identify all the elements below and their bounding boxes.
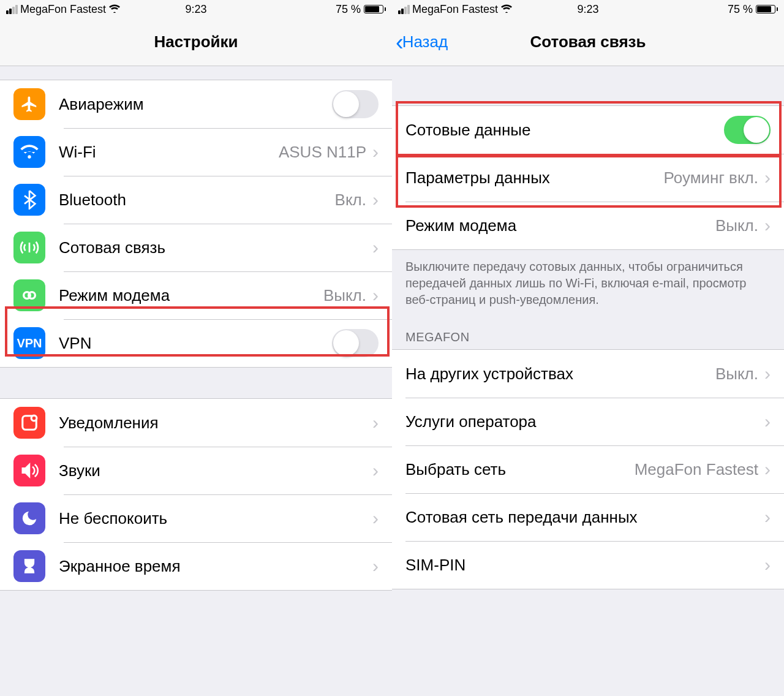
row-bluetooth[interactable]: Bluetooth Вкл. › (0, 176, 392, 224)
row-vpn[interactable]: VPN VPN (0, 319, 392, 367)
signal-icon (6, 5, 18, 14)
row-label: Экранное время (59, 557, 372, 576)
cellular-data-toggle[interactable] (724, 116, 771, 144)
chevron-right-icon: › (764, 215, 771, 236)
back-button[interactable]: ‹ Назад (396, 31, 448, 54)
hotspot-icon (13, 279, 45, 311)
status-time: 9:23 (577, 3, 598, 16)
chevron-right-icon: › (372, 285, 379, 306)
row-label: Выбрать сеть (405, 460, 635, 479)
screen-settings: MegaFon Fastest 9:23 75 % Настройки Авиа… (0, 0, 392, 696)
carrier-name: MegaFon Fastest (20, 3, 106, 16)
chevron-right-icon: › (372, 460, 379, 481)
chevron-right-icon: › (764, 507, 771, 528)
row-sounds[interactable]: Звуки › (0, 447, 392, 494)
vpn-icon: VPN (13, 327, 45, 359)
status-bar: MegaFon Fastest 9:23 75 % (0, 0, 392, 18)
dnd-icon (13, 502, 45, 534)
row-label: Режим модема (59, 286, 323, 305)
row-dnd[interactable]: Не беспокоить › (0, 494, 392, 542)
nav-bar: Настройки (0, 18, 392, 66)
row-value: Выкл. (715, 365, 758, 384)
status-time: 9:23 (185, 3, 206, 16)
row-simpin[interactable]: SIM-PIN › (392, 541, 784, 589)
chevron-right-icon: › (372, 237, 379, 258)
row-value: ASUS N11P (279, 143, 366, 162)
row-screentime[interactable]: Экранное время › (0, 542, 392, 590)
row-label: VPN (59, 334, 332, 353)
row-value: MegaFon Fastest (635, 460, 758, 479)
chevron-right-icon: › (764, 411, 771, 432)
battery-icon (364, 5, 386, 13)
row-hotspot[interactable]: Режим модема Выкл. › (0, 271, 392, 319)
sounds-icon (13, 455, 45, 486)
row-data-options[interactable]: Параметры данных Роуминг вкл. › (392, 154, 784, 202)
airplane-icon (13, 88, 45, 120)
row-wifi[interactable]: Wi-Fi ASUS N11P › (0, 128, 392, 176)
battery-pct: 75 % (728, 3, 753, 16)
wifi-settings-icon (13, 136, 45, 168)
back-label: Назад (402, 32, 448, 51)
row-label: Режим модема (405, 216, 715, 235)
row-value: Выкл. (715, 216, 758, 235)
row-apn[interactable]: Сотовая сеть передачи данных › (392, 493, 784, 541)
row-select-network[interactable]: Выбрать сеть MegaFon Fastest › (392, 445, 784, 493)
wifi-icon (108, 3, 121, 16)
chevron-right-icon: › (764, 363, 771, 384)
page-title: Сотовая связь (530, 32, 646, 51)
carrier-name: MegaFon Fastest (412, 3, 498, 16)
row-other-devices[interactable]: На других устройствах Выкл. › (392, 350, 784, 398)
wifi-icon (500, 3, 513, 16)
row-label: Уведомления (59, 414, 372, 433)
notifications-icon (13, 407, 45, 439)
row-label: Сотовая сеть передачи данных (405, 508, 764, 527)
row-label: Авиарежим (59, 95, 332, 114)
row-label: Сотовая связь (59, 238, 372, 257)
chevron-right-icon: › (372, 508, 379, 529)
chevron-right-icon: › (764, 554, 771, 575)
battery-pct: 75 % (336, 3, 361, 16)
airplane-toggle[interactable] (332, 90, 379, 118)
chevron-right-icon: › (764, 459, 771, 480)
chevron-right-icon: › (372, 189, 379, 210)
row-label: Сотовые данные (405, 121, 724, 140)
vpn-toggle[interactable] (332, 329, 379, 357)
row-label: Звуки (59, 461, 372, 480)
row-label: SIM-PIN (405, 556, 764, 575)
chevron-right-icon: › (372, 556, 379, 577)
row-label: Параметры данных (405, 168, 664, 187)
row-label: Wi-Fi (59, 143, 279, 162)
screen-cellular: MegaFon Fastest 9:23 75 % ‹ Назад Сотова… (392, 0, 784, 696)
row-carrier-services[interactable]: Услуги оператора › (392, 398, 784, 445)
battery-icon (756, 5, 778, 13)
row-value: Выкл. (323, 286, 366, 305)
row-label: Не беспокоить (59, 509, 372, 528)
row-cellular-data[interactable]: Сотовые данные (392, 106, 784, 154)
row-value: Вкл. (335, 191, 366, 210)
row-label: Bluetooth (59, 191, 335, 210)
footer-text: Выключите передачу сотовых данных, чтобы… (392, 250, 784, 316)
bluetooth-icon (13, 184, 45, 216)
chevron-right-icon: › (372, 142, 379, 162)
row-label: Услуги оператора (405, 412, 764, 431)
row-cellular[interactable]: Сотовая связь › (0, 224, 392, 271)
signal-icon (398, 5, 410, 14)
chevron-right-icon: › (764, 167, 771, 188)
page-title: Настройки (154, 32, 238, 51)
row-notifications[interactable]: Уведомления › (0, 399, 392, 447)
row-hotspot[interactable]: Режим модема Выкл. › (392, 202, 784, 249)
status-bar: MegaFon Fastest 9:23 75 % (392, 0, 784, 18)
row-airplane[interactable]: Авиарежим (0, 80, 392, 128)
screentime-icon (13, 550, 45, 582)
row-value: Роуминг вкл. (664, 168, 758, 187)
row-label: На других устройствах (405, 365, 715, 384)
svg-point-3 (31, 415, 37, 421)
chevron-right-icon: › (372, 412, 379, 433)
svg-point-1 (29, 292, 36, 299)
nav-bar: ‹ Назад Сотовая связь (392, 18, 784, 66)
cellular-icon (13, 232, 45, 263)
section-header: MEGAFON (392, 316, 784, 349)
